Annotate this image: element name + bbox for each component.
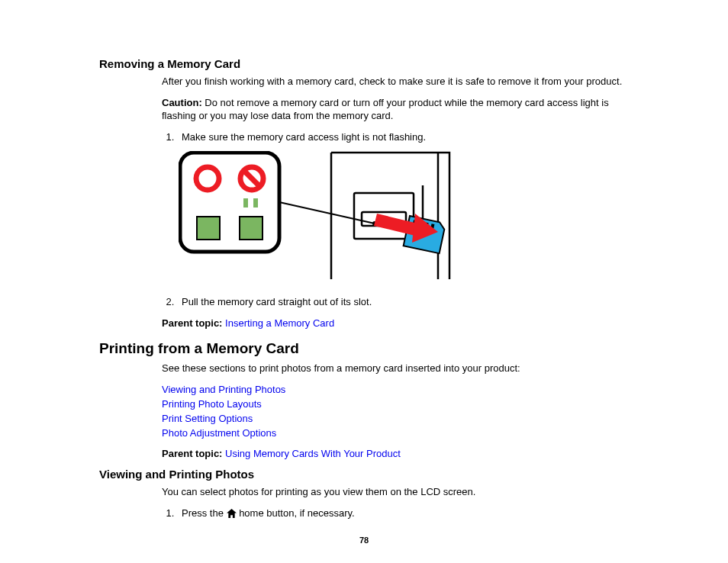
heading-viewing-printing-photos: Viewing and Printing Photos	[99, 468, 644, 481]
section2-parent-topic: Parent topic: Using Memory Cards With Yo…	[162, 447, 644, 461]
link-using-memory-cards[interactable]: Using Memory Cards With Your Product	[225, 448, 401, 459]
svg-rect-0	[180, 153, 279, 252]
document-page: Removing a Memory Card After you finish …	[0, 0, 728, 521]
caution-text: Do not remove a memory card or turn off …	[162, 97, 609, 122]
section1-step2: Pull the memory card straight out of its…	[177, 295, 644, 309]
section2-body: See these sections to print photos from …	[162, 362, 644, 460]
home-icon	[227, 508, 237, 522]
link-photo-adjustment-options[interactable]: Photo Adjustment Options	[162, 427, 276, 439]
link-printing-photo-layouts[interactable]: Printing Photo Layouts	[162, 398, 262, 410]
caution-label: Caution:	[162, 97, 202, 108]
section1-parent-topic: Parent topic: Inserting a Memory Card	[162, 317, 644, 330]
section3-step1: Press the home button, if necessary.	[177, 507, 644, 522]
heading-removing-memory-card: Removing a Memory Card	[99, 57, 644, 70]
section3-intro: You can select photos for printing as yo…	[162, 485, 644, 499]
parent-topic-label: Parent topic:	[162, 317, 222, 329]
illustration-remove-card	[179, 151, 644, 283]
page-number: 78	[0, 536, 728, 545]
svg-rect-7	[253, 198, 258, 208]
svg-rect-5	[240, 217, 263, 240]
svg-rect-6	[243, 198, 248, 208]
section1-intro: After you finish working with a memory c…	[162, 75, 644, 88]
caution-paragraph: Caution: Do not remove a memory card or …	[162, 96, 644, 123]
svg-line-8	[279, 202, 375, 224]
heading-printing-from-memory-card: Printing from a Memory Card	[99, 340, 644, 357]
link-print-setting-options[interactable]: Print Setting Options	[162, 413, 253, 424]
step1-text-b: home button, if necessary.	[237, 507, 355, 519]
section2-intro: See these sections to print photos from …	[162, 362, 644, 375]
section2-links: Viewing and Printing Photos Printing Pho…	[162, 383, 644, 441]
section1-body: After you finish working with a memory c…	[162, 75, 644, 330]
svg-rect-4	[197, 217, 220, 240]
section3-body: You can select photos for printing as yo…	[162, 485, 644, 521]
step1-text-a: Press the	[182, 507, 227, 519]
link-viewing-printing-photos[interactable]: Viewing and Printing Photos	[162, 384, 285, 395]
section1-step1: Make sure the memory card access light i…	[177, 130, 644, 144]
link-inserting-memory-card[interactable]: Inserting a Memory Card	[225, 317, 334, 329]
parent-topic-label-2: Parent topic:	[162, 448, 222, 459]
